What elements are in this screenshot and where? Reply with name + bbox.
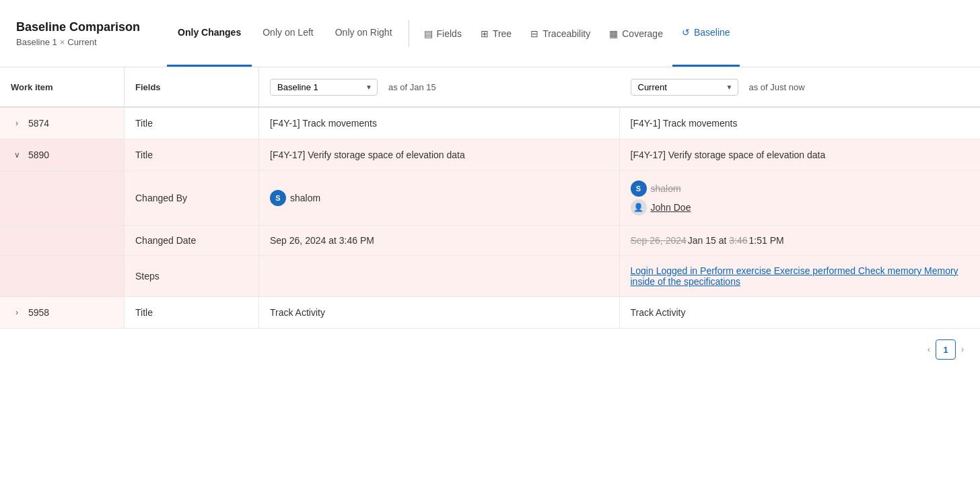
field-title-5890: Title bbox=[125, 139, 259, 170]
field-changed-date: Changed Date bbox=[125, 226, 259, 255]
main-content: Work item Fields Baseline 1 ▼ as of Jan … bbox=[0, 67, 980, 495]
tab-coverage[interactable]: ▦ Coverage bbox=[600, 0, 672, 67]
tab-only-right[interactable]: Only on Right bbox=[324, 0, 403, 67]
col-fields: Fields bbox=[125, 67, 259, 106]
right-value-5890: [F4Y-17] Verify storage space of elevati… bbox=[620, 139, 981, 170]
time-old: 3:46 bbox=[729, 235, 747, 246]
field-title-5958: Title bbox=[125, 297, 259, 328]
row-id-5890: ∨ 5890 bbox=[0, 139, 125, 170]
breadcrumb-right: Current bbox=[67, 37, 96, 47]
table-row: ∨ 5890 Title [F4Y-17] Verify storage spa… bbox=[0, 139, 980, 171]
title-block: Baseline Comparison Baseline 1 × Current bbox=[16, 20, 140, 47]
app-header: Baseline Comparison Baseline 1 × Current… bbox=[0, 0, 980, 67]
baseline1-dropdown-wrapper: Baseline 1 ▼ bbox=[270, 79, 378, 96]
field-title-5874: Title bbox=[125, 108, 259, 139]
table-row-steps: Steps Login Logged in Perform exercise E… bbox=[0, 256, 980, 297]
table-header: Work item Fields Baseline 1 ▼ as of Jan … bbox=[0, 67, 980, 108]
user-old: S shalom bbox=[631, 180, 691, 197]
expand-btn-5958[interactable]: › bbox=[11, 306, 23, 319]
work-item-id-5958: 5958 bbox=[28, 307, 49, 318]
pagination: ‹ 1 › bbox=[0, 329, 980, 370]
field-changed-by: Changed By bbox=[125, 171, 259, 225]
coverage-icon: ▦ bbox=[609, 28, 618, 39]
page-1-btn[interactable]: 1 bbox=[936, 339, 956, 360]
row-id-empty-changed-by bbox=[0, 171, 125, 225]
expand-btn-5874[interactable]: › bbox=[11, 117, 23, 129]
row-id-5874: › 5874 bbox=[0, 108, 125, 139]
nav-tabs: Only Changes Only on Left Only on Right … bbox=[167, 0, 740, 67]
tree-icon: ⊞ bbox=[481, 28, 489, 39]
right-value-5874: [F4Y-1] Track movements bbox=[620, 108, 981, 139]
breadcrumb-sep: × bbox=[60, 37, 65, 47]
left-changed-date: Sep 26, 2024 at 3:46 PM bbox=[259, 226, 620, 255]
breadcrumb: Baseline 1 × Current bbox=[16, 37, 140, 47]
tab-fields[interactable]: ▤ Fields bbox=[415, 0, 471, 67]
current-dropdown-wrapper: Current ▼ bbox=[631, 79, 738, 96]
left-changed-by: S shalom bbox=[259, 171, 620, 225]
next-page-btn[interactable]: › bbox=[961, 345, 964, 354]
user-stack: S shalom 👤 John Doe bbox=[631, 180, 691, 216]
baseline1-as-of: as of Jan 15 bbox=[388, 82, 436, 92]
date-new: Jan 15 bbox=[688, 235, 716, 246]
right-value-5958: Track Activity bbox=[620, 297, 981, 328]
table-row: › 5958 Title Track Activity Track Activi… bbox=[0, 297, 980, 329]
left-steps bbox=[259, 256, 620, 296]
baseline-icon: ↺ bbox=[682, 27, 690, 38]
col-work-item: Work item bbox=[0, 67, 125, 106]
col-baseline1: Baseline 1 ▼ as of Jan 15 bbox=[259, 67, 620, 106]
current-select[interactable]: Current bbox=[631, 79, 738, 96]
right-steps: Login Logged in Perform exercise Exercis… bbox=[620, 256, 981, 296]
row-id-empty-steps bbox=[0, 256, 125, 296]
current-as-of: as of Just now bbox=[749, 82, 805, 92]
work-item-id-5874: 5874 bbox=[28, 118, 49, 129]
right-changed-date: Sep 26, 2024Jan 15 at 3:461:51 PM bbox=[620, 226, 981, 255]
avatar-shalom-right: S bbox=[631, 180, 647, 197]
breadcrumb-left: Baseline 1 bbox=[16, 37, 57, 47]
fields-icon: ▤ bbox=[424, 28, 433, 39]
traceability-icon: ⊟ bbox=[530, 28, 538, 39]
avatar-johndoe: 👤 bbox=[631, 199, 647, 216]
user-new: 👤 John Doe bbox=[631, 199, 691, 216]
tab-only-changes[interactable]: Only Changes bbox=[167, 0, 252, 67]
table-row-changed-date: Changed Date Sep 26, 2024 at 3:46 PM Sep… bbox=[0, 226, 980, 256]
tab-only-left[interactable]: Only on Left bbox=[252, 0, 324, 67]
row-id-5958: › 5958 bbox=[0, 297, 125, 328]
field-steps: Steps bbox=[125, 256, 259, 296]
app-title: Baseline Comparison bbox=[16, 20, 140, 34]
steps-link[interactable]: Login Logged in Perform exercise Exercis… bbox=[631, 265, 970, 287]
left-value-5874: [F4Y-1] Track movements bbox=[259, 108, 620, 139]
date-old: Sep 26, 2024 bbox=[631, 235, 687, 246]
tab-baseline[interactable]: ↺ Baseline bbox=[672, 0, 740, 67]
avatar-shalom-left: S bbox=[270, 190, 286, 206]
time-new: 1:51 bbox=[749, 235, 767, 246]
col-current: Current ▼ as of Just now bbox=[620, 67, 981, 106]
row-id-empty-changed-date bbox=[0, 226, 125, 255]
prev-page-btn[interactable]: ‹ bbox=[928, 345, 930, 354]
tab-tree[interactable]: ⊞ Tree bbox=[471, 0, 521, 67]
date-at: at bbox=[716, 235, 729, 246]
left-value-5890: [F4Y-17] Verify storage space of elevati… bbox=[259, 139, 620, 170]
nav-divider bbox=[409, 20, 409, 47]
table-row: › 5874 Title [F4Y-1] Track movements [F4… bbox=[0, 108, 980, 139]
left-value-5958: Track Activity bbox=[259, 297, 620, 328]
baseline1-select[interactable]: Baseline 1 bbox=[270, 79, 378, 96]
table-row-changed-by: Changed By S shalom S shalom 👤 John Doe bbox=[0, 171, 980, 226]
tab-traceability[interactable]: ⊟ Traceability bbox=[521, 0, 600, 67]
right-changed-by: S shalom 👤 John Doe bbox=[620, 171, 981, 225]
expand-btn-5890[interactable]: ∨ bbox=[11, 149, 23, 161]
work-item-id-5890: 5890 bbox=[28, 150, 49, 160]
